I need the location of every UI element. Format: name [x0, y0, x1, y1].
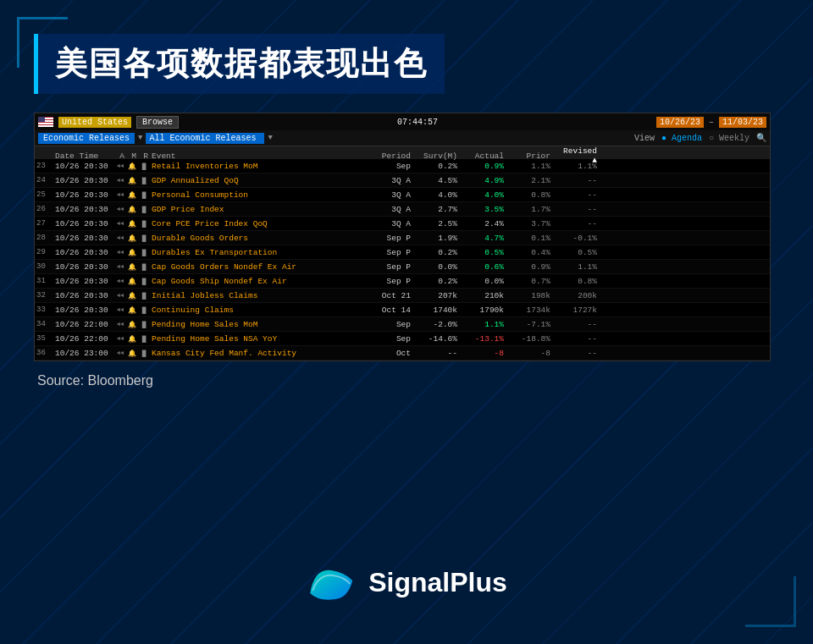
- table-row[interactable]: 32 10/26 20:30 ◄◄ 🔔 ▐▌ Initial Jobless C…: [35, 289, 770, 303]
- signalplus-logo-icon: [306, 564, 357, 602]
- row-num: 30: [35, 262, 53, 271]
- row-audio-icon[interactable]: ◄◄: [114, 335, 126, 342]
- row-alert-icon[interactable]: 🔔: [126, 350, 138, 357]
- row-event: Continuing Claims: [150, 305, 362, 315]
- row-chart-icon[interactable]: ▐▌: [138, 278, 150, 285]
- row-chart-icon[interactable]: ▐▌: [138, 249, 150, 256]
- row-event: Durables Ex Transportation: [150, 248, 362, 257]
- row-chart-icon[interactable]: ▐▌: [138, 306, 150, 314]
- row-datetime: 10/26 20:30: [53, 176, 114, 185]
- col-prior: Prior: [506, 151, 552, 161]
- row-prior: 1.7%: [506, 205, 552, 214]
- date-from[interactable]: 10/26/23: [656, 117, 704, 128]
- row-chart-icon[interactable]: ▐▌: [138, 191, 150, 199]
- agenda-radio[interactable]: ● Agenda: [661, 134, 702, 143]
- table-row[interactable]: 23 10/26 20:30 ◄◄ 🔔 ▐▌ Retail Inventorie…: [35, 159, 770, 173]
- row-chart-icon[interactable]: ▐▌: [138, 263, 150, 271]
- table-row[interactable]: 27 10/26 20:30 ◄◄ 🔔 ▐▌ Core PCE Price In…: [35, 217, 770, 231]
- row-alert-icon[interactable]: 🔔: [126, 263, 138, 271]
- row-audio-icon[interactable]: ◄◄: [114, 321, 126, 328]
- row-surv: 2.5%: [412, 219, 459, 228]
- row-chart-icon[interactable]: ▐▌: [138, 350, 150, 357]
- row-num: 26: [35, 205, 53, 213]
- row-audio-icon[interactable]: ◄◄: [114, 162, 126, 169]
- row-event: Cap Goods Orders Nondef Ex Air: [150, 262, 362, 272]
- col-r: R: [138, 151, 150, 161]
- row-audio-icon[interactable]: ◄◄: [114, 220, 126, 227]
- row-chart-icon[interactable]: ▐▌: [138, 177, 150, 184]
- row-num: 23: [35, 162, 53, 170]
- row-alert-icon[interactable]: 🔔: [126, 306, 138, 314]
- terminal-body: 23 10/26 20:30 ◄◄ 🔔 ▐▌ Retail Inventorie…: [35, 159, 770, 361]
- row-alert-icon[interactable]: 🔔: [126, 278, 138, 285]
- row-chart-icon[interactable]: ▐▌: [138, 321, 150, 328]
- row-revised: --: [552, 334, 599, 344]
- table-row[interactable]: 29 10/26 20:30 ◄◄ 🔔 ▐▌ Durables Ex Trans…: [35, 245, 770, 260]
- row-audio-icon[interactable]: ◄◄: [114, 292, 126, 299]
- row-chart-icon[interactable]: ▐▌: [138, 234, 150, 242]
- table-row[interactable]: 25 10/26 20:30 ◄◄ 🔔 ▐▌ Personal Consumpt…: [35, 188, 770, 202]
- row-chart-icon[interactable]: ▐▌: [138, 335, 150, 343]
- table-row[interactable]: 26 10/26 20:30 ◄◄ 🔔 ▐▌ GDP Price Index 3…: [35, 202, 770, 217]
- logo-section: SignalPlus: [306, 564, 507, 602]
- row-datetime: 10/26 20:30: [53, 291, 114, 300]
- terminal-widget: United States Browse 07:44:57 10/26/23 –…: [34, 113, 771, 361]
- row-datetime: 10/26 20:30: [53, 305, 114, 315]
- col-a: A: [114, 151, 126, 161]
- table-row[interactable]: 35 10/26 22:00 ◄◄ 🔔 ▐▌ Pending Home Sale…: [35, 332, 770, 346]
- row-num: 34: [35, 320, 53, 328]
- row-alert-icon[interactable]: 🔔: [126, 177, 138, 184]
- row-audio-icon[interactable]: ◄◄: [114, 234, 126, 241]
- weekly-radio[interactable]: ○ Weekly: [709, 134, 749, 143]
- row-alert-icon[interactable]: 🔔: [126, 162, 138, 170]
- row-actual: 1790k: [459, 305, 506, 315]
- row-audio-icon[interactable]: ◄◄: [114, 177, 126, 184]
- table-row[interactable]: 36 10/26 23:00 ◄◄ 🔔 ▐▌ Kansas City Fed M…: [35, 346, 770, 361]
- row-alert-icon[interactable]: 🔔: [126, 249, 138, 256]
- table-row[interactable]: 34 10/26 22:00 ◄◄ 🔔 ▐▌ Pending Home Sale…: [35, 317, 770, 332]
- row-prior: 0.9%: [506, 262, 552, 272]
- row-chart-icon[interactable]: ▐▌: [138, 292, 150, 300]
- table-row[interactable]: 31 10/26 20:30 ◄◄ 🔔 ▐▌ Cap Goods Ship No…: [35, 274, 770, 289]
- row-actual: 0.5%: [459, 248, 506, 257]
- view-controls: View ● Agenda ○ Weekly 🔍: [634, 133, 766, 143]
- table-row[interactable]: 30 10/26 20:30 ◄◄ 🔔 ▐▌ Cap Goods Orders …: [35, 260, 770, 274]
- row-actual: 3.5%: [459, 205, 506, 214]
- row-alert-icon[interactable]: 🔔: [126, 292, 138, 300]
- table-row[interactable]: 24 10/26 20:30 ◄◄ 🔔 ▐▌ GDP Annualized Qo…: [35, 173, 770, 188]
- row-audio-icon[interactable]: ◄◄: [114, 249, 126, 256]
- row-datetime: 10/26 20:30: [53, 219, 114, 228]
- row-audio-icon[interactable]: ◄◄: [114, 306, 126, 313]
- row-num: 31: [35, 277, 53, 285]
- row-surv: 0.2%: [412, 277, 459, 286]
- row-datetime: 10/26 22:00: [53, 334, 114, 344]
- date-to[interactable]: 11/03/23: [719, 117, 766, 128]
- row-event: Personal Consumption: [150, 190, 362, 200]
- row-chart-icon[interactable]: ▐▌: [138, 220, 150, 228]
- row-chart-icon[interactable]: ▐▌: [138, 206, 150, 213]
- row-alert-icon[interactable]: 🔔: [126, 234, 138, 242]
- row-event: Pending Home Sales MoM: [150, 320, 362, 329]
- search-icon[interactable]: 🔍: [756, 133, 766, 143]
- row-audio-icon[interactable]: ◄◄: [114, 278, 126, 284]
- row-audio-icon[interactable]: ◄◄: [114, 206, 126, 212]
- row-alert-icon[interactable]: 🔔: [126, 206, 138, 213]
- row-alert-icon[interactable]: 🔔: [126, 321, 138, 328]
- table-row[interactable]: 33 10/26 20:30 ◄◄ 🔔 ▐▌ Continuing Claims…: [35, 303, 770, 317]
- row-alert-icon[interactable]: 🔔: [126, 191, 138, 199]
- row-prior: 3.7%: [506, 219, 552, 228]
- filter-arrow: ▼: [138, 134, 142, 142]
- row-alert-icon[interactable]: 🔔: [126, 335, 138, 343]
- row-event: Cap Goods Ship Nondef Ex Air: [150, 277, 362, 286]
- row-chart-icon[interactable]: ▐▌: [138, 162, 150, 170]
- row-audio-icon[interactable]: ◄◄: [114, 350, 126, 356]
- filter-dropdown[interactable]: All Economic Releases: [146, 133, 264, 144]
- row-alert-icon[interactable]: 🔔: [126, 220, 138, 228]
- row-audio-icon[interactable]: ◄◄: [114, 191, 126, 198]
- corner-decoration-br: [745, 576, 796, 627]
- row-period: Sep P: [362, 248, 412, 257]
- browse-button[interactable]: Browse: [136, 116, 179, 129]
- table-row[interactable]: 28 10/26 20:30 ◄◄ 🔔 ▐▌ Durable Goods Ord…: [35, 231, 770, 245]
- row-audio-icon[interactable]: ◄◄: [114, 263, 126, 270]
- row-prior: 0.7%: [506, 277, 552, 286]
